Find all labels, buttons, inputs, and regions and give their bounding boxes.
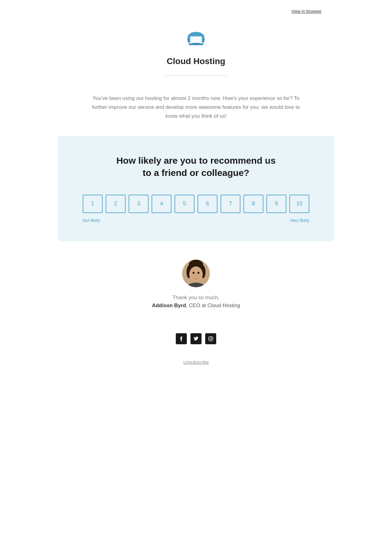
- nps-buttons-row: 1 2 3 4 5 6 7 8 9 10: [83, 195, 309, 213]
- view-in-browser-link[interactable]: View in browser: [291, 9, 322, 14]
- svg-rect-7: [192, 43, 200, 44]
- svg-rect-5: [190, 37, 201, 43]
- nps-button-8[interactable]: 8: [243, 195, 263, 213]
- brand-title: Cloud Hosting: [70, 56, 322, 66]
- nps-button-1[interactable]: 1: [83, 195, 103, 213]
- thank-you-text: Thank you so much,: [70, 295, 322, 301]
- nps-button-10[interactable]: 10: [289, 195, 309, 213]
- svg-point-15: [195, 275, 197, 276]
- nps-button-5[interactable]: 5: [175, 195, 194, 213]
- instagram-icon[interactable]: [205, 333, 216, 344]
- unsubscribe-link[interactable]: Unsubscribe: [183, 360, 209, 365]
- intro-section: You've been using our hosting for almost…: [58, 91, 334, 136]
- nps-labels-row: Not likely Very likely: [83, 218, 309, 223]
- svg-point-14: [198, 272, 199, 274]
- signature-section: Thank you so much, Addison Byrd, CEO at …: [58, 241, 334, 321]
- nps-label-very-likely: Very likely: [290, 218, 309, 223]
- social-icons-row: [58, 333, 334, 344]
- cloud-laptop-icon: [70, 29, 322, 52]
- svg-point-12: [189, 266, 203, 282]
- ceo-line: Addison Byrd, CEO at Cloud Hosting: [70, 303, 322, 309]
- nps-button-2[interactable]: 2: [106, 195, 126, 213]
- ceo-name: Addison Byrd: [152, 303, 186, 308]
- footer-section: Unsubscribe: [58, 350, 334, 383]
- nps-label-not-likely: Not likely: [83, 218, 100, 223]
- top-bar: View in browser: [58, 0, 334, 20]
- twitter-icon[interactable]: [190, 333, 202, 344]
- divider: [165, 75, 227, 76]
- nps-button-9[interactable]: 9: [266, 195, 286, 213]
- nps-question: How likely are you to recommend us to a …: [83, 155, 309, 179]
- svg-point-13: [193, 272, 194, 274]
- social-section: [58, 321, 334, 350]
- nps-button-6[interactable]: 6: [198, 195, 217, 213]
- facebook-icon[interactable]: [176, 333, 187, 344]
- nps-button-7[interactable]: 7: [221, 195, 240, 213]
- nps-button-4[interactable]: 4: [152, 195, 172, 213]
- header-section: Cloud Hosting: [58, 20, 334, 91]
- intro-text: You've been using our hosting for almost…: [89, 94, 303, 121]
- ceo-role: , CEO at Cloud Hosting: [186, 303, 240, 308]
- svg-point-20: [212, 337, 213, 338]
- svg-point-19: [210, 338, 212, 339]
- avatar: [182, 260, 210, 287]
- nps-section: How likely are you to recommend us to a …: [58, 136, 334, 241]
- nps-button-3[interactable]: 3: [129, 195, 149, 213]
